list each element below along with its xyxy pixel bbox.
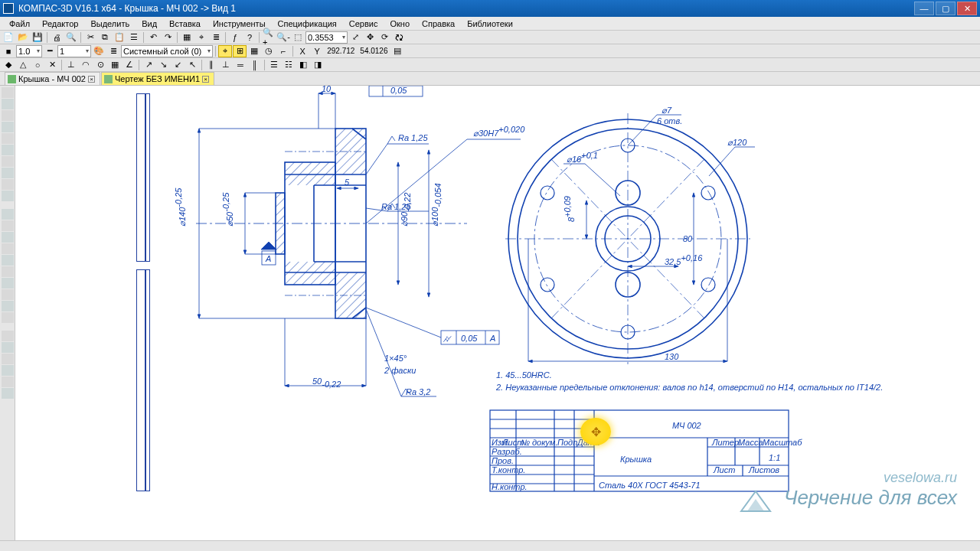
- misc2-button[interactable]: ◨: [311, 59, 325, 71]
- refresh-button[interactable]: 🗘: [392, 31, 406, 44]
- vars-button[interactable]: ƒ: [228, 31, 242, 44]
- tool-report[interactable]: [2, 179, 14, 190]
- tool-extend[interactable]: [2, 365, 14, 376]
- menu-service[interactable]: Сервис: [343, 18, 384, 29]
- layer-combo[interactable]: Системный слой (0): [121, 45, 213, 57]
- snap-ext2-button[interactable]: ↘: [156, 59, 170, 71]
- menu-view[interactable]: Вид: [136, 18, 163, 29]
- cut-button[interactable]: ✂: [83, 31, 97, 44]
- menu-spec[interactable]: Спецификация: [272, 18, 343, 29]
- snap-grid-button[interactable]: ▦: [108, 59, 122, 71]
- stop-button[interactable]: ■: [2, 45, 15, 57]
- snap-toggle[interactable]: ⌖: [218, 45, 232, 57]
- menu-help[interactable]: Справка: [416, 18, 461, 29]
- snap-ext1-button[interactable]: ↗: [142, 59, 155, 71]
- new-button[interactable]: 📄: [2, 31, 15, 44]
- tool-line[interactable]: [2, 220, 14, 231]
- snap-angle-button[interactable]: ∠: [122, 59, 136, 71]
- zoom-combo[interactable]: 0.3553: [305, 31, 348, 44]
- snap-end-button[interactable]: ◆: [2, 59, 15, 71]
- help-button[interactable]: ?: [243, 31, 256, 44]
- menu-select[interactable]: Выделить: [84, 18, 136, 29]
- snap-center-button[interactable]: ○: [31, 59, 44, 71]
- maximize-button[interactable]: ▢: [936, 2, 956, 15]
- undo-button[interactable]: ↶: [146, 31, 160, 44]
- linewidth-combo[interactable]: 1.0: [16, 45, 42, 57]
- tool-array[interactable]: [2, 388, 14, 399]
- zoom-out-button[interactable]: 🔍-: [276, 31, 290, 44]
- menu-libraries[interactable]: Библиотеки: [461, 18, 519, 29]
- tool-point[interactable]: [2, 209, 14, 220]
- pan-button[interactable]: ✥: [363, 31, 377, 44]
- zoom-fit-button[interactable]: ⤢: [348, 31, 362, 44]
- tool-spec[interactable]: [2, 168, 14, 178]
- zoom-window-button[interactable]: ⬚: [291, 31, 305, 44]
- tool-spline[interactable]: [2, 266, 14, 277]
- perp-button[interactable]: ⊥: [219, 59, 233, 71]
- preview-button[interactable]: 🔍: [64, 31, 78, 44]
- para-button[interactable]: ∥: [204, 59, 218, 71]
- redo-button[interactable]: ↷: [161, 31, 175, 44]
- tool-insert[interactable]: [2, 191, 14, 201]
- tool-text[interactable]: [2, 301, 14, 311]
- tab-doc-2[interactable]: Чертеж БЕЗ ИМЕНИ1 ×: [101, 72, 214, 85]
- grid-toggle[interactable]: ▦: [247, 45, 261, 57]
- grid-button[interactable]: ▦: [180, 31, 194, 44]
- snap-ext3-button[interactable]: ↙: [171, 59, 185, 71]
- tool-dimensions[interactable]: [2, 99, 14, 109]
- tool-param[interactable]: [2, 133, 14, 144]
- print-button[interactable]: 🖨: [50, 31, 64, 44]
- minimize-button[interactable]: —: [914, 2, 934, 15]
- menu-insert[interactable]: Вставка: [163, 18, 207, 29]
- align1-button[interactable]: ☰: [267, 59, 281, 71]
- tab-doc-1[interactable]: Крышка - МЧ 002 ×: [5, 72, 100, 85]
- misc1-button[interactable]: ◧: [296, 59, 310, 71]
- copy-button[interactable]: ⧉: [98, 31, 112, 44]
- vert-button[interactable]: ║: [248, 59, 262, 71]
- snap-near-button[interactable]: ⊙: [93, 59, 107, 71]
- rotate-button[interactable]: ⟳: [377, 31, 391, 44]
- tool-chamfer[interactable]: [2, 331, 14, 341]
- tool-geometry[interactable]: [2, 87, 14, 98]
- align2-button[interactable]: ☷: [282, 59, 296, 71]
- tool-hatch[interactable]: [2, 289, 14, 300]
- tool-fillet[interactable]: [2, 342, 14, 353]
- tool-table[interactable]: [2, 312, 14, 323]
- round-toggle[interactable]: ◷: [262, 45, 276, 57]
- ortho-toggle[interactable]: ⊞: [233, 45, 247, 57]
- menu-edit[interactable]: Редактор: [36, 18, 84, 29]
- open-button[interactable]: 📂: [16, 31, 30, 44]
- snap-int-button[interactable]: ✕: [45, 59, 59, 71]
- tab-close-button[interactable]: ×: [88, 76, 95, 83]
- layers-button[interactable]: ≣: [209, 31, 223, 44]
- tool-ellipse[interactable]: [2, 255, 14, 266]
- tool-rect[interactable]: [2, 278, 14, 289]
- paste-button[interactable]: 📋: [113, 31, 126, 44]
- menu-file[interactable]: Файл: [3, 18, 36, 29]
- tab-close-button[interactable]: ×: [202, 76, 209, 83]
- tool-circle[interactable]: [2, 232, 14, 243]
- color-button[interactable]: 🎨: [92, 45, 106, 57]
- snap-ext4-button[interactable]: ↖: [185, 59, 199, 71]
- style-combo[interactable]: 1: [57, 45, 91, 57]
- coord-lock-button[interactable]: ▤: [390, 45, 404, 57]
- menu-window[interactable]: Окно: [384, 18, 416, 29]
- line-style-button[interactable]: ━: [43, 45, 57, 57]
- snap-button[interactable]: ⌖: [194, 31, 208, 44]
- tool-designations[interactable]: [2, 110, 14, 121]
- tool-arc[interactable]: [2, 243, 14, 254]
- props-button[interactable]: ☰: [127, 31, 141, 44]
- tool-measure[interactable]: [2, 145, 14, 155]
- drawing-canvas[interactable]: ⌀140-0,25 ⌀50-0,25 5 10 50-0,22 Ra 1,25 …: [15, 86, 980, 540]
- tool-mirror[interactable]: [2, 377, 14, 387]
- layer-button[interactable]: ≣: [106, 45, 120, 57]
- menu-tools[interactable]: Инструменты: [207, 18, 272, 29]
- tool-select[interactable]: [2, 156, 14, 167]
- save-button[interactable]: 💾: [31, 31, 44, 44]
- close-button[interactable]: ✕: [957, 2, 977, 15]
- localcs-button[interactable]: ⌐: [276, 45, 290, 57]
- snap-perp-button[interactable]: ⊥: [64, 59, 78, 71]
- snap-mid-button[interactable]: △: [16, 59, 30, 71]
- snap-tan-button[interactable]: ◠: [79, 59, 93, 71]
- horiz-button[interactable]: ═: [234, 59, 247, 71]
